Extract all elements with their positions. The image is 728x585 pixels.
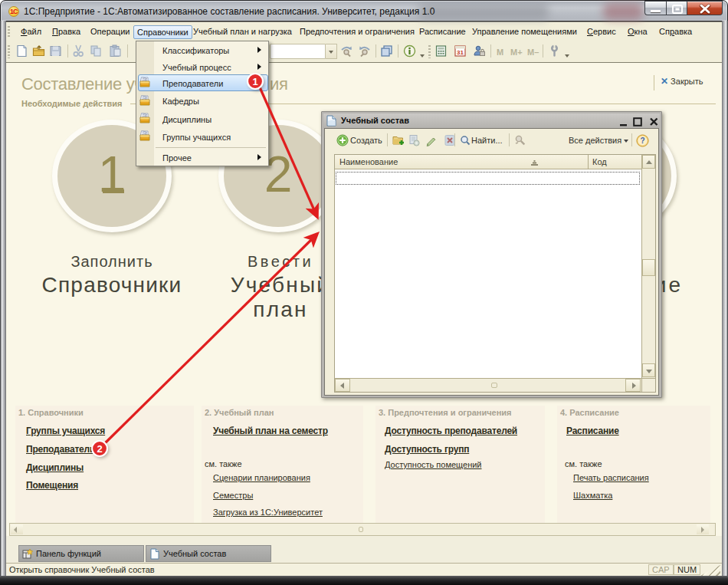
svg-text:31: 31 <box>457 49 464 56</box>
svg-text:?: ? <box>640 136 644 145</box>
